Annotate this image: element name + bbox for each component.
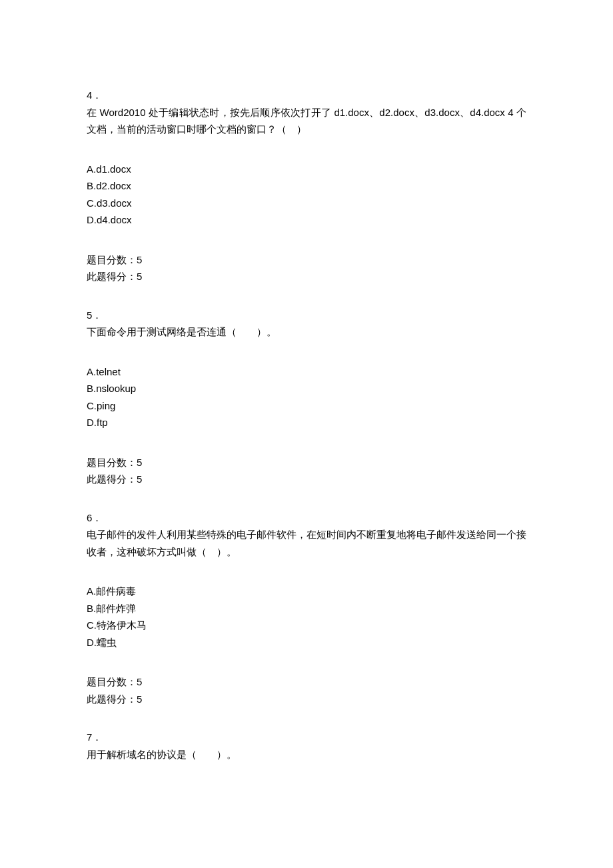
question-6: 6． 电子邮件的发件人利用某些特殊的电子邮件软件，在短时间内不断重复地将电子邮件… [87, 509, 526, 708]
question-stem: 电子邮件的发件人利用某些特殊的电子邮件软件，在短时间内不断重复地将电子邮件发送给… [87, 526, 526, 560]
answer-options: A.邮件病毒 B.邮件炸弹 C.特洛伊木马 D.蠕虫 [87, 583, 526, 651]
question-number: 6． [87, 509, 526, 527]
score-block: 题目分数：5 此题得分：5 [87, 251, 526, 285]
answer-options: A.telnet B.nslookup C.ping D.ftp [87, 363, 526, 431]
question-score: 题目分数：5 [87, 454, 526, 471]
option-b: B.nslookup [87, 380, 526, 397]
score-block: 题目分数：5 此题得分：5 [87, 454, 526, 488]
question-got: 此题得分：5 [87, 691, 526, 708]
question-score: 题目分数：5 [87, 251, 526, 269]
answer-options: A.d1.docx B.d2.docx C.d3.docx D.d4.docx [87, 161, 526, 229]
option-a: A.邮件病毒 [87, 583, 526, 600]
option-c: C.ping [87, 397, 526, 415]
question-number: 4． [87, 87, 526, 104]
option-a: A.d1.docx [87, 161, 526, 178]
option-c: C.特洛伊木马 [87, 617, 526, 634]
question-7: 7． 用于解析域名的协议是（ ）。 [87, 729, 526, 763]
option-b: B.d2.docx [87, 177, 526, 195]
option-a: A.telnet [87, 363, 526, 381]
question-got: 此题得分：5 [87, 268, 526, 285]
option-d: D.蠕虫 [87, 634, 526, 651]
question-stem: 在 Word2010 处于编辑状态时，按先后顺序依次打开了 d1.docx、d2… [87, 104, 526, 138]
question-number: 5． [87, 307, 526, 324]
question-number: 7． [87, 729, 526, 746]
option-d: D.ftp [87, 414, 526, 431]
question-4: 4． 在 Word2010 处于编辑状态时，按先后顺序依次打开了 d1.docx… [87, 87, 526, 285]
question-5: 5． 下面命令用于测试网络是否连通（ ）。 A.telnet B.nslooku… [87, 307, 526, 488]
document-page: 4． 在 Word2010 处于编辑状态时，按先后顺序依次打开了 d1.docx… [0, 0, 613, 868]
question-stem: 用于解析域名的协议是（ ）。 [87, 746, 526, 763]
question-got: 此题得分：5 [87, 471, 526, 488]
option-c: C.d3.docx [87, 195, 526, 212]
option-d: D.d4.docx [87, 211, 526, 229]
score-block: 题目分数：5 此题得分：5 [87, 673, 526, 707]
option-b: B.邮件炸弹 [87, 600, 526, 617]
question-score: 题目分数：5 [87, 673, 526, 691]
question-stem: 下面命令用于测试网络是否连通（ ）。 [87, 323, 526, 341]
